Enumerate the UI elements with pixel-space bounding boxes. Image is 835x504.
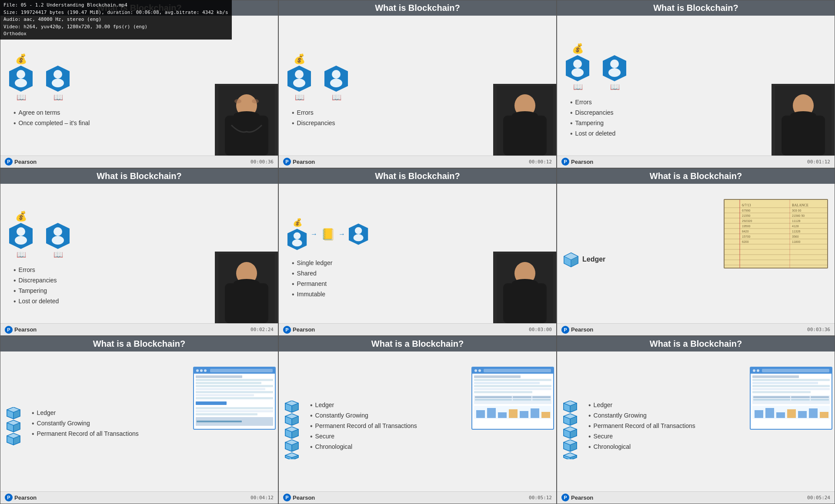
person-10-icon [349,223,368,245]
cell-6-content: Ledger [557,184,835,336]
cell-5: What is Blockchain? 💰 → 📒 → [278,168,557,336]
cell-3: What is Blockchain? 💰 📖 [557,0,835,168]
cell-1-bottom: P Pearson 00:00:36 [0,156,278,168]
cell-3-timestamp: 00:01:12 [807,159,830,165]
svg-point-41 [234,279,260,288]
svg-rect-134 [765,408,774,418]
cell-1-pearson: P Pearson [5,158,37,166]
svg-point-44 [292,239,302,246]
svg-rect-116 [531,408,539,418]
cell-5-presenter [493,252,556,323]
svg-rect-113 [498,412,507,418]
cell-9: What is a Blockchain? [557,336,835,504]
cell-3-title: What is Blockchain? [557,0,835,16]
cell-9-timestamp: 00:05:24 [807,495,830,501]
svg-point-2 [15,79,27,87]
cell-7-title: What is a Blockchain? [0,336,278,351]
svg-rect-139 [820,412,828,418]
svg-point-33 [17,227,25,236]
svg-rect-114 [509,409,518,418]
svg-text:67990: 67990 [742,209,751,212]
cell-9-bullets: Ledger Constantly Growing Permanent Reco… [588,401,695,454]
svg-rect-30 [782,116,825,156]
chain-blocks-icon-3 [561,401,579,459]
cell-2-presenter [493,84,556,156]
cell-9-title: What is a Blockchain? [557,336,835,351]
person-8-icon: 📖 [46,223,70,259]
person-1-icon: 💰 📖 [9,53,33,102]
cell-2: What is Blockchain? 💰 📖 [278,0,557,168]
svg-text:15700: 15700 [742,235,751,238]
svg-text:21580 50: 21580 50 [792,214,805,217]
svg-rect-40 [225,283,268,323]
svg-point-23 [573,60,582,68]
svg-text:11800: 11800 [792,240,801,243]
cell-7-pearson: P Pearson [5,494,37,501]
cell-4-pearson: P Pearson [5,326,37,334]
svg-rect-135 [776,412,785,418]
person-6-icon: 📖 [603,55,627,92]
svg-point-9 [234,111,260,120]
person-5-icon: 💰 📖 [566,43,590,92]
btc-screenshot-2 [471,367,554,430]
cell-2-bottom: P Pearson 00:00:12 [279,156,556,168]
svg-point-34 [15,236,27,245]
cell-5-bottom: P Pearson 00:03:00 [279,323,556,335]
svg-point-37 [52,236,64,245]
btc-screenshot-3 [750,367,832,430]
cell-4-content: 💰 📖 📖 [0,184,278,336]
cell-8-timestamp: 00:05:12 [529,495,552,501]
cell-8-bullets: Ledger Constantly Growing Permanent Reco… [310,401,417,454]
cell-3-presenter [772,84,835,156]
svg-point-47 [354,234,364,241]
cell-8-bottom: P Pearson 00:05:12 [279,491,556,504]
cell-6: What is a Blockchain? Ledger [557,168,835,336]
person-9-icon: 💰 [287,218,307,251]
cell-7: What is a Blockchain? [0,336,278,504]
cell-4-bottom: P Pearson 00:02:24 [0,323,278,335]
cell-7-bullets: Ledger Constantly Growing Permanent Reco… [32,409,139,441]
cell-8-pearson: P Pearson [283,494,315,501]
svg-text:21550: 21550 [742,214,751,217]
cell-6-timestamp: 00:03:36 [807,327,830,332]
svg-text:11128: 11128 [792,219,801,222]
cell-5-title: What is Blockchain? [279,169,556,184]
svg-text:8420: 8420 [742,230,749,233]
svg-point-16 [332,70,341,79]
svg-point-27 [608,68,621,77]
svg-point-51 [512,279,538,288]
svg-point-14 [293,79,305,87]
chain-blocks-icon-2 [283,401,301,459]
svg-point-13 [295,70,304,79]
svg-text:6/7/13: 6/7/13 [742,203,751,207]
svg-text:11326: 11326 [792,230,801,233]
cell-5-content: 💰 → 📒 → [279,184,556,336]
svg-text:4128: 4128 [792,225,799,228]
person-2-icon: 📖 [46,66,70,102]
svg-point-17 [330,79,342,87]
svg-rect-136 [787,409,796,418]
svg-text:6200: 6200 [742,240,749,243]
cell-8-title: What is a Blockchain? [279,336,556,351]
btc-screenshot [193,367,276,430]
cell-9-bottom: P Pearson 00:05:24 [557,491,835,504]
svg-rect-115 [520,411,528,418]
svg-point-4 [53,70,62,79]
svg-point-10 [234,99,241,103]
file-info: File: 05 - 1.2 Understanding Blockchain.… [0,0,232,40]
cell-2-content: 💰 📖 📖 [279,16,556,168]
svg-point-43 [294,232,301,239]
cell-2-pearson: P Pearson [283,158,315,166]
svg-point-31 [790,111,816,120]
cell-3-pearson: P Pearson [561,158,593,166]
svg-point-36 [53,227,62,236]
svg-text:3560: 3560 [792,235,799,238]
svg-rect-111 [476,410,485,418]
cell-2-timestamp: 00:00:12 [529,159,552,165]
ledger-photo: 6/7/13 BALANCE 67990 303 00 21550 21580 … [724,199,828,269]
cell-5-timestamp: 00:03:00 [529,327,552,332]
svg-point-11 [252,99,259,103]
chain-blocks-icon [5,407,22,453]
svg-text:303 00: 303 00 [792,209,802,212]
cell-8: What is a Blockchain? [278,336,557,504]
